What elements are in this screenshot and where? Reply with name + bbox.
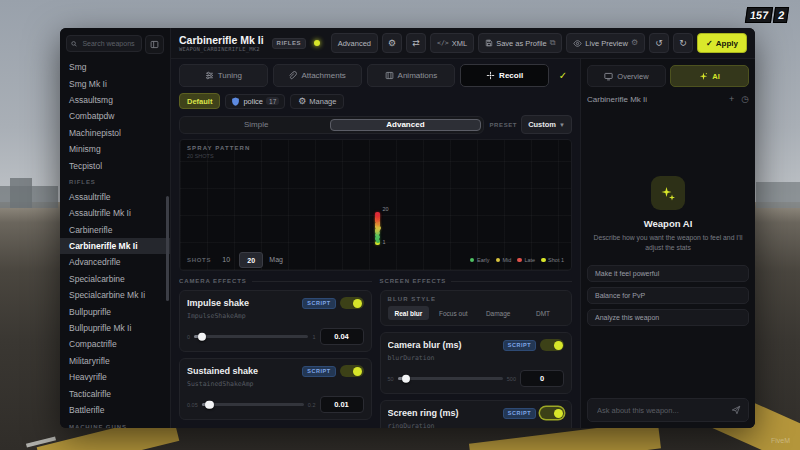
- chart-legend: EarlyMidLateShot 1: [470, 257, 564, 263]
- impulse-shake-toggle[interactable]: [340, 297, 364, 309]
- film-icon: [385, 71, 394, 80]
- category-badge: RIFLES: [272, 38, 306, 49]
- slider-min: 0: [187, 334, 190, 340]
- save-profile-button[interactable]: Save as Profile ⧉: [478, 33, 562, 53]
- script-badge: SCRIPT: [503, 408, 536, 419]
- sidebar-item-assaultsmg[interactable]: Assaultsmg: [60, 92, 170, 108]
- sidebar-item-advancedrifle[interactable]: Advancedrifle: [60, 254, 170, 270]
- profile-police-badge[interactable]: police 17: [225, 94, 285, 109]
- slider-handle[interactable]: [198, 332, 207, 341]
- undo-button[interactable]: ↺: [649, 33, 669, 53]
- collapse-sidebar-button[interactable]: [145, 35, 164, 54]
- slider-handle[interactable]: [205, 400, 214, 409]
- sidebar-item-tecpistol[interactable]: Tecpistol: [60, 157, 170, 173]
- gear-icon: ⚙: [298, 97, 306, 106]
- sidebar-item-specialcarbine-mk-ii[interactable]: Specialcarbine Mk Ii: [60, 287, 170, 303]
- sidebar-item-bullpuprifle-mk-ii[interactable]: Bullpuprifle Mk Ii: [60, 320, 170, 336]
- advanced-mode-button[interactable]: Advanced: [331, 33, 378, 53]
- recoil-editor-main: TuningAttachmentsAnimationsRecoil✓ Defau…: [171, 59, 580, 428]
- sidebar-item-carbinerifle-mk-ii[interactable]: Carbinerifle Mk Ii: [60, 238, 170, 254]
- sustained-shake-card: Sustained shake SCRIPT SustainedShakeAmp…: [179, 358, 372, 420]
- check-icon: ✓: [706, 39, 713, 48]
- xml-button[interactable]: </>XML: [430, 33, 474, 53]
- sidebar-item-tacticalrifle[interactable]: Tacticalrifle: [60, 385, 170, 401]
- sustained-shake-slider[interactable]: [202, 403, 304, 406]
- screen-ring-toggle[interactable]: [540, 407, 564, 419]
- shots-option-20[interactable]: 20: [239, 252, 263, 268]
- blur-style-damage[interactable]: Damage: [477, 306, 519, 320]
- sidebar-item-heavyrifle[interactable]: Heavyrifle: [60, 369, 170, 385]
- slider-handle[interactable]: [402, 374, 411, 383]
- sidebar-item-smg[interactable]: Smg: [60, 59, 170, 75]
- shots-option-10[interactable]: 10: [215, 252, 237, 266]
- script-badge: SCRIPT: [302, 366, 335, 377]
- ai-panel: Overview AI Carbinerifle Mk Ii + ◷: [580, 59, 755, 428]
- live-preview-button[interactable]: Live Preview ⚙: [566, 33, 645, 53]
- sidebar-scrollbar[interactable]: [166, 196, 169, 301]
- sidebar-item-militaryrifle[interactable]: Militaryrifle: [60, 353, 170, 369]
- fps-counter-suffix: 2: [773, 7, 789, 23]
- sustained-shake-toggle[interactable]: [340, 365, 364, 377]
- sidebar-item-battlerifle[interactable]: Battlerifle: [60, 402, 170, 418]
- mode-advanced[interactable]: Advanced: [330, 119, 480, 131]
- sidebar-item-bullpuprifle[interactable]: Bullpuprifle: [60, 303, 170, 319]
- impulse-shake-slider[interactable]: [194, 335, 308, 338]
- camera-blur-value[interactable]: 0: [520, 370, 564, 387]
- ai-suggestion-analyze-this-weapon[interactable]: Analyze this weapon: [587, 309, 749, 326]
- preset-dropdown[interactable]: Custom▼: [521, 115, 572, 134]
- ai-question-input[interactable]: [595, 405, 727, 416]
- sliders-icon: [205, 71, 214, 80]
- weapon-title-block: Carbinerifle Mk Ii WEAPON_CARBINERIFLE_M…: [179, 34, 264, 52]
- tab-tuning[interactable]: Tuning: [179, 64, 268, 87]
- sidebar-item-smg-mk-ii[interactable]: Smg Mk Ii: [60, 75, 170, 91]
- profile-default-badge[interactable]: Default: [179, 93, 220, 109]
- slider-min: 50: [388, 376, 394, 382]
- search-input-wrap[interactable]: [66, 35, 142, 52]
- recoil-valid-check-icon: ✓: [554, 70, 572, 81]
- randomize-button[interactable]: ⇄: [406, 33, 426, 53]
- ai-suggestion-make-it-feel-powerful[interactable]: Make it feel powerful: [587, 265, 749, 282]
- mode-simple[interactable]: Simple: [182, 119, 330, 131]
- shots-option-mag[interactable]: Mag: [265, 252, 287, 266]
- sidebar-item-compactrifle[interactable]: Compactrifle: [60, 336, 170, 352]
- camera-blur-toggle[interactable]: [540, 339, 564, 351]
- sidebar-item-specialcarbine[interactable]: Specialcarbine: [60, 271, 170, 287]
- tab-overview[interactable]: Overview: [587, 65, 666, 87]
- sidebar-item-combatpdw[interactable]: Combatpdw: [60, 108, 170, 124]
- settings-button[interactable]: ⚙: [382, 33, 402, 53]
- sidebar-item-assaultrifle-mk-ii[interactable]: Assaultrifle Mk Ii: [60, 205, 170, 221]
- ai-weapon-name-row: Carbinerifle Mk Ii + ◷: [587, 95, 749, 104]
- sidebar-item-machinepistol[interactable]: Machinepistol: [60, 125, 170, 141]
- legend-dot: [541, 258, 546, 263]
- camera-blur-slider[interactable]: [398, 377, 503, 380]
- script-badge: SCRIPT: [302, 298, 335, 309]
- impulse-shake-value[interactable]: 0.04: [320, 328, 364, 345]
- tab-ai[interactable]: AI: [670, 65, 749, 87]
- sidebar-item-minismg[interactable]: Minismg: [60, 141, 170, 157]
- sparkle-icon: [699, 72, 708, 81]
- apply-button[interactable]: ✓Apply: [697, 33, 747, 53]
- sidebar-item-assaultrifle[interactable]: Assaultrifle: [60, 189, 170, 205]
- legend-item: Mid: [496, 257, 512, 263]
- impulse-shake-card: Impulse shake SCRIPT ImpulseShakeAmp 0 1…: [179, 290, 372, 352]
- manage-profiles-button[interactable]: ⚙ Manage: [290, 94, 344, 109]
- save-icon: [485, 39, 493, 47]
- sidebar-item-carbinerifle[interactable]: Carbinerifle: [60, 222, 170, 238]
- tab-recoil[interactable]: Recoil: [460, 64, 549, 87]
- blur-style-real-blur[interactable]: Real blur: [388, 306, 430, 320]
- history-icon[interactable]: ◷: [741, 95, 749, 104]
- shots-label: SHOTS: [187, 257, 211, 263]
- slider-max: 0.2: [308, 402, 316, 408]
- blur-style-focus-out[interactable]: Focus out: [432, 306, 474, 320]
- blur-style-dmt[interactable]: DMT: [522, 306, 564, 320]
- tab-animations[interactable]: Animations: [367, 64, 456, 87]
- blur-style-tabs: Real blurFocus outDamageDMT: [388, 306, 565, 320]
- ai-input-row[interactable]: [587, 398, 749, 422]
- tab-attachments[interactable]: Attachments: [273, 64, 362, 87]
- ai-suggestion-balance-for-pvp[interactable]: Balance for PvP: [587, 287, 749, 304]
- send-icon[interactable]: [731, 405, 741, 415]
- redo-button[interactable]: ↻: [673, 33, 693, 53]
- search-input[interactable]: [80, 39, 137, 48]
- sustained-shake-value[interactable]: 0.01: [320, 396, 364, 413]
- new-chat-button[interactable]: +: [729, 95, 734, 104]
